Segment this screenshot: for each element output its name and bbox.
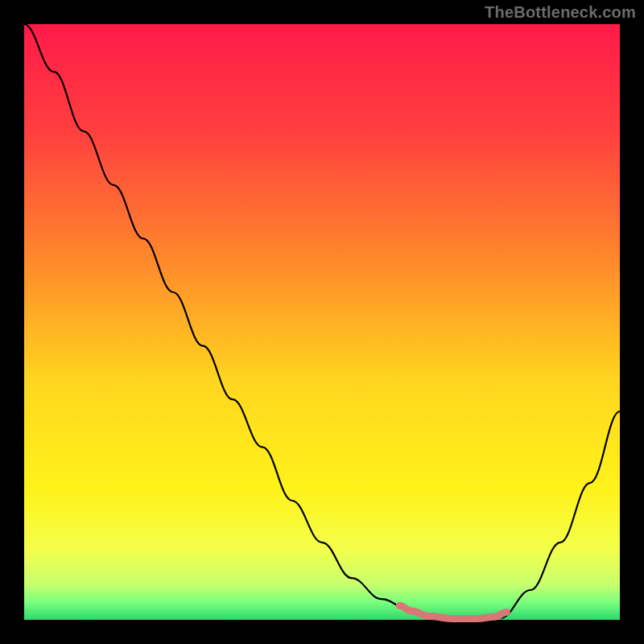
plot-background [24,24,620,620]
chart-canvas [0,0,644,644]
